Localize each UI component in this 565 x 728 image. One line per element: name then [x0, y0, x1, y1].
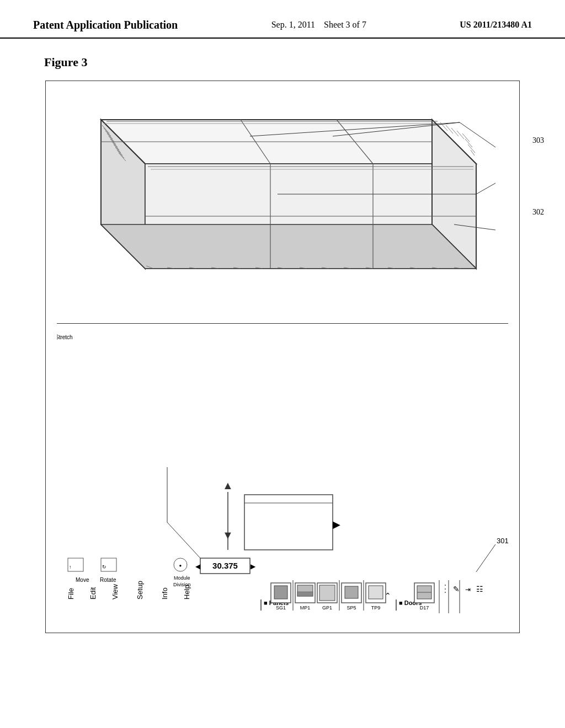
svg-text:↻: ↻: [102, 564, 106, 570]
page-header: Patent Application Publication Sep. 1, 2…: [0, 0, 565, 39]
bottom-diagram: File Edit View Setup Info Help ↑ Move ↻ …: [57, 329, 508, 622]
svg-text:View: View: [111, 584, 119, 599]
svg-text:Rotate: Rotate: [100, 577, 116, 583]
svg-line-37: [465, 139, 472, 147]
svg-text:MP1: MP1: [300, 605, 311, 611]
svg-line-19: [476, 183, 495, 194]
svg-rect-82: [274, 586, 287, 599]
figure-label: Figure 3: [44, 55, 87, 69]
svg-text:▶: ▶: [333, 519, 340, 530]
svg-text:301: 301: [497, 537, 509, 545]
publication-type: Patent Application Publication: [33, 18, 178, 32]
publication-date: Sep. 1, 2011: [271, 20, 315, 29]
ref-302: 302: [532, 208, 544, 217]
svg-line-16: [460, 122, 495, 147]
svg-text:Division: Division: [173, 582, 191, 587]
svg-text:Stretch: Stretch: [57, 334, 73, 340]
svg-text:Edit: Edit: [89, 587, 97, 599]
svg-text:☷: ☷: [476, 585, 483, 593]
svg-line-114: [476, 544, 495, 572]
svg-text:⌃: ⌃: [385, 591, 391, 600]
svg-text:TP9: TP9: [371, 605, 381, 611]
svg-text:Info: Info: [161, 587, 169, 599]
svg-text:File: File: [67, 588, 75, 599]
svg-text:Setup: Setup: [136, 581, 144, 599]
svg-line-35: [457, 131, 464, 139]
figure-container: 303 302: [45, 81, 520, 633]
svg-line-39: [471, 150, 475, 156]
svg-text:✎: ✎: [453, 585, 460, 593]
svg-text:▲: ▲: [222, 479, 233, 491]
svg-rect-98: [369, 586, 383, 599]
svg-text:◀: ◀: [195, 563, 201, 570]
svg-text:SP5: SP5: [347, 605, 356, 611]
date-sheet: Sep. 1, 2011 Sheet 3 of 7: [271, 18, 366, 30]
sheet-info: Sheet 3 of 7: [324, 20, 366, 29]
svg-text:D17: D17: [420, 605, 429, 611]
ref-303: 303: [532, 136, 544, 145]
svg-line-122: [167, 522, 200, 558]
svg-line-33: [446, 125, 453, 133]
svg-marker-4: [101, 224, 476, 269]
svg-line-34: [451, 128, 459, 136]
svg-rect-87: [297, 592, 313, 596]
svg-text:Module: Module: [174, 575, 190, 581]
svg-text:▶: ▶: [250, 563, 256, 570]
svg-text:30.375: 30.375: [212, 561, 238, 570]
svg-text:SG1: SG1: [276, 605, 286, 611]
solar-panel-svg: [57, 92, 509, 324]
top-diagram: [57, 92, 508, 324]
ui-diagram-svg: File Edit View Setup Info Help ↑ Move ↻ …: [57, 329, 509, 622]
main-content: Figure 3 303 302: [0, 39, 565, 650]
svg-text:↑: ↑: [69, 564, 72, 570]
svg-line-36: [462, 133, 470, 142]
svg-text:●: ●: [179, 563, 182, 568]
svg-text:▼: ▼: [222, 529, 233, 541]
svg-rect-94: [345, 586, 358, 598]
svg-text:Move: Move: [76, 577, 89, 583]
svg-text:GP1: GP1: [322, 605, 332, 611]
svg-text:⇥: ⇥: [465, 586, 471, 593]
svg-rect-90: [319, 585, 335, 601]
patent-number: US 2011/213480 A1: [460, 18, 532, 30]
